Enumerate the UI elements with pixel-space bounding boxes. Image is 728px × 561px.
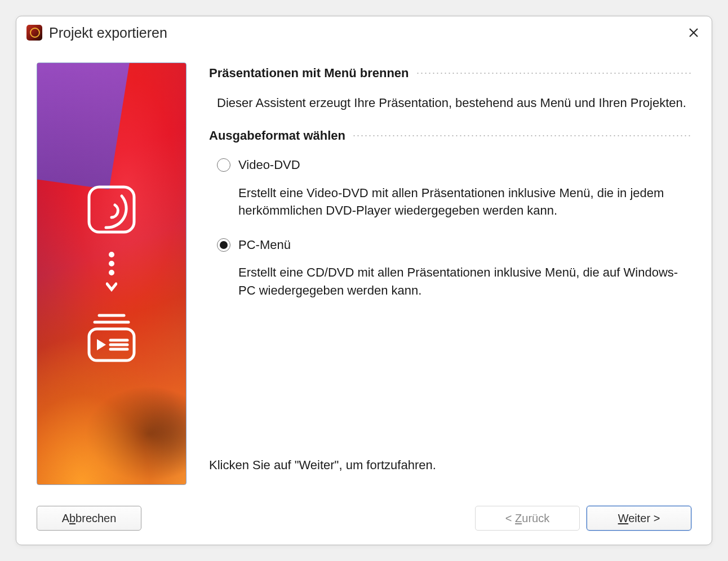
option-pc-menu-label[interactable]: PC-Menü xyxy=(238,237,291,254)
close-button[interactable] xyxy=(683,23,704,43)
svg-point-4 xyxy=(110,262,113,265)
option-video-dvd-description: Erstellt eine Video-DVD mit allen Präsen… xyxy=(209,184,691,236)
content-area: Präsentationen mit Menü brennen Dieser A… xyxy=(209,63,691,492)
cancel-button[interactable]: Abbrechen xyxy=(37,506,141,531)
dialog-footer: Abbrechen < Zurück Weiter > xyxy=(16,492,712,545)
svg-marker-7 xyxy=(97,339,106,350)
option-pc-menu-description: Erstellt eine CD/DVD mit allen Präsentat… xyxy=(209,264,691,315)
section-format-heading: Ausgabeformat wählen xyxy=(209,128,691,143)
dialog-title: Projekt exportieren xyxy=(49,25,683,41)
option-video-dvd[interactable]: Video-DVD xyxy=(209,157,691,174)
radio-pc-menu[interactable] xyxy=(217,238,230,252)
svg-point-3 xyxy=(110,253,113,256)
dialog-body: Präsentationen mit Menü brennen Dieser A… xyxy=(16,49,712,492)
media-stack-icon xyxy=(83,310,140,366)
next-button-label: Weiter > xyxy=(618,512,660,525)
back-button-label: < Zurück xyxy=(505,512,549,525)
disc-icon xyxy=(83,181,140,238)
side-image-glyphs xyxy=(37,63,186,484)
svg-point-5 xyxy=(110,271,113,274)
divider-dots xyxy=(352,135,691,136)
section-burn-heading: Präsentationen mit Menü brennen xyxy=(209,66,691,81)
close-icon xyxy=(689,28,699,38)
option-video-dvd-label[interactable]: Video-DVD xyxy=(238,157,300,174)
next-button[interactable]: Weiter > xyxy=(587,506,691,531)
back-button: < Zurück xyxy=(475,506,580,531)
section-burn-description: Dieser Assistent erzeugt Ihre Präsentati… xyxy=(209,94,691,128)
arrow-down-icon xyxy=(106,251,117,296)
wizard-side-image xyxy=(37,63,187,485)
app-icon xyxy=(26,25,42,41)
option-pc-menu[interactable]: PC-Menü xyxy=(209,237,691,254)
section-format-title: Ausgabeformat wählen xyxy=(209,128,345,143)
cancel-button-label: Abbrechen xyxy=(62,512,117,525)
radio-video-dvd[interactable] xyxy=(217,158,230,172)
continue-hint: Klicken Sie auf "Weiter", um fortzufahre… xyxy=(209,458,691,492)
titlebar: Projekt exportieren xyxy=(16,16,712,49)
export-project-dialog: Projekt exportieren xyxy=(16,16,712,545)
section-burn-title: Präsentationen mit Menü brennen xyxy=(209,66,409,81)
divider-dots xyxy=(416,73,692,74)
